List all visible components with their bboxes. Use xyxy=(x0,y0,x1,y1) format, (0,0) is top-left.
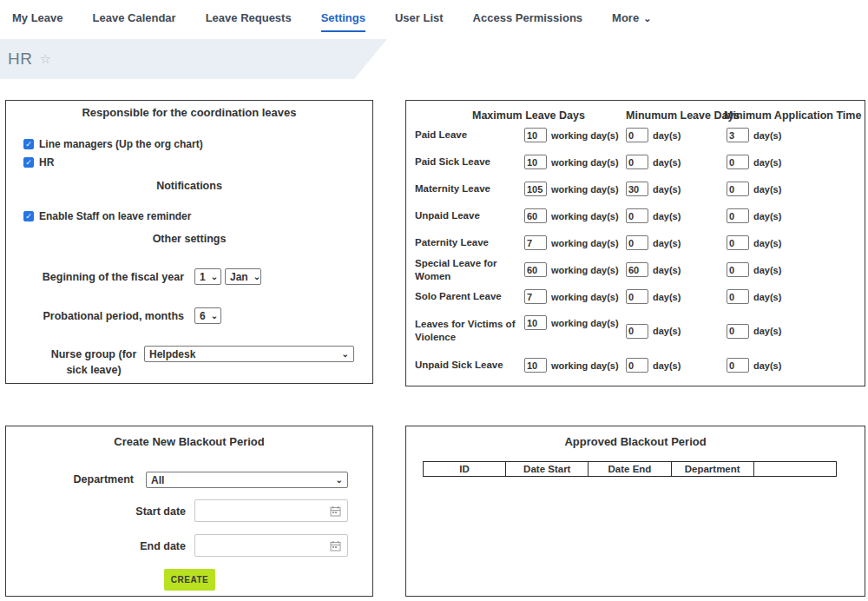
fiscal-month-select[interactable]: Jan ⌄ xyxy=(225,268,261,285)
checkbox-checked-icon[interactable]: ✓ xyxy=(23,211,34,221)
unit-label: working day(s) xyxy=(551,238,619,248)
table-header-row: ID Date Start Date End Department xyxy=(424,462,837,477)
max-days-input[interactable] xyxy=(524,315,547,330)
chevron-down-icon: ⌄ xyxy=(643,15,651,22)
probation-select[interactable]: 6 ⌄ xyxy=(194,307,221,324)
department-select[interactable]: All ⌄ xyxy=(146,472,348,488)
max-days-input[interactable] xyxy=(524,128,547,142)
tab-more[interactable]: More ⌄ xyxy=(612,11,651,32)
column-header-date-start: Date Start xyxy=(506,462,589,477)
min-days-input[interactable] xyxy=(626,155,648,169)
tab-leave-requests[interactable]: Leave Requests xyxy=(206,11,292,32)
leave-row-paid-sick-leave: Paid Sick Leave working day(s) day(s) da… xyxy=(406,149,865,175)
leave-row-solo-parent-leave: Solo Parent Leave working day(s) day(s) … xyxy=(406,283,865,310)
tab-user-list[interactable]: User List xyxy=(395,11,444,32)
probation-value: 6 xyxy=(200,310,206,322)
unit-label: day(s) xyxy=(753,326,781,336)
min-days-input[interactable] xyxy=(626,128,648,142)
max-days-input[interactable] xyxy=(524,358,547,373)
leave-row-victims-of-violence: Leaves for Victims of Violence working d… xyxy=(406,310,865,352)
leave-row-maternity-leave: Maternity Leave working day(s) day(s) da… xyxy=(406,175,865,202)
create-blackout-panel: Create New Blackout Period Department Al… xyxy=(5,426,373,597)
end-date-input-box xyxy=(194,534,348,557)
application-time-input[interactable] xyxy=(727,182,749,196)
unit-label: day(s) xyxy=(753,130,781,141)
create-button[interactable]: CREATE xyxy=(164,569,215,591)
max-days-input[interactable] xyxy=(524,155,547,169)
application-time-input[interactable] xyxy=(727,208,749,223)
unit-label: working day(s) xyxy=(551,292,619,302)
unit-label: day(s) xyxy=(753,238,781,248)
unit-label: working day(s) xyxy=(551,184,619,195)
start-date-label: Start date xyxy=(6,505,186,518)
checkbox-checked-icon[interactable]: ✓ xyxy=(23,139,34,149)
unit-label: working day(s) xyxy=(551,130,619,141)
tab-settings[interactable]: Settings xyxy=(321,11,365,32)
application-time-input[interactable] xyxy=(727,262,749,277)
unit-label: day(s) xyxy=(653,292,681,302)
start-date-row: Start date xyxy=(6,499,372,522)
approved-blackout-table: ID Date Start Date End Department xyxy=(423,461,837,477)
department-label: Department xyxy=(6,473,134,485)
unit-label: day(s) xyxy=(653,211,681,221)
leave-type-label: Unpaid Leave xyxy=(415,209,524,222)
checkbox-label: Enable Staff on leave reminder xyxy=(39,210,191,222)
application-time-input[interactable] xyxy=(727,128,749,142)
line-managers-checkbox-row: ✓ Line managers (Up the org chart) xyxy=(23,138,203,150)
approved-blackout-panel: Approved Blackout Period ID Date Start D… xyxy=(405,426,865,597)
column-header-actions xyxy=(753,462,836,477)
nurse-group-select[interactable]: Helpdesk ⌄ xyxy=(144,346,354,362)
max-days-input[interactable] xyxy=(524,289,547,304)
checkbox-checked-icon[interactable]: ✓ xyxy=(23,157,34,168)
fiscal-year-label: Beginning of the fiscal year xyxy=(6,271,184,283)
end-date-row: End date xyxy=(6,534,372,557)
leave-row-special-leave-women: Special Leave for Women working day(s) d… xyxy=(406,256,865,283)
max-days-input[interactable] xyxy=(524,235,547,250)
min-days-input[interactable] xyxy=(626,262,648,277)
notifications-heading: Notifications xyxy=(6,180,372,192)
checkbox-label: HR xyxy=(39,156,54,168)
leave-row-paid-leave: Paid Leave working day(s) day(s) day(s) xyxy=(406,122,865,149)
favorite-star-icon[interactable]: ☆ xyxy=(39,51,50,67)
start-date-input[interactable] xyxy=(195,500,347,521)
min-days-input[interactable] xyxy=(626,235,648,250)
application-time-input[interactable] xyxy=(727,235,749,250)
max-days-input[interactable] xyxy=(524,208,547,223)
max-leave-days-header: Maximum Leave Days xyxy=(472,109,585,122)
min-days-input[interactable] xyxy=(626,358,648,373)
application-time-input[interactable] xyxy=(727,358,749,373)
checkbox-label: Line managers (Up the org chart) xyxy=(39,138,203,150)
leave-type-label: Paid Leave xyxy=(415,129,524,142)
unit-label: working day(s) xyxy=(551,360,619,371)
min-days-input[interactable] xyxy=(626,208,648,223)
fiscal-month-value: Jan xyxy=(230,271,248,283)
max-days-input[interactable] xyxy=(524,182,547,196)
fiscal-day-select[interactable]: 1 ⌄ xyxy=(194,268,221,285)
page: My Leave Leave Calendar Leave Requests S… xyxy=(0,0,868,601)
leave-type-label: Maternity Leave xyxy=(415,182,524,195)
fiscal-day-value: 1 xyxy=(200,271,206,283)
unit-label: working day(s) xyxy=(551,318,619,328)
unit-label: day(s) xyxy=(753,265,781,275)
column-header-department: Department xyxy=(671,462,753,477)
application-time-input[interactable] xyxy=(727,289,749,304)
department-value: All xyxy=(151,474,164,486)
page-banner: HR ☆ xyxy=(0,39,387,79)
other-settings-heading: Other settings xyxy=(6,233,372,245)
min-days-input[interactable] xyxy=(626,324,648,339)
application-time-input[interactable] xyxy=(727,155,749,169)
tab-my-leave[interactable]: My Leave xyxy=(12,11,63,32)
unit-label: day(s) xyxy=(753,292,781,302)
leave-type-label: Solo Parent Leave xyxy=(415,290,524,303)
tab-leave-calendar[interactable]: Leave Calendar xyxy=(93,11,176,32)
tab-access-permissions[interactable]: Access Permissions xyxy=(473,11,582,32)
application-time-input[interactable] xyxy=(727,324,749,339)
end-date-input[interactable] xyxy=(195,535,347,556)
unit-label: day(s) xyxy=(653,360,681,371)
unit-label: day(s) xyxy=(753,157,781,168)
max-days-input[interactable] xyxy=(524,262,547,277)
min-days-input[interactable] xyxy=(626,182,648,196)
unit-label: working day(s) xyxy=(551,157,619,168)
column-header-date-end: Date End xyxy=(589,462,671,477)
min-days-input[interactable] xyxy=(626,289,648,304)
